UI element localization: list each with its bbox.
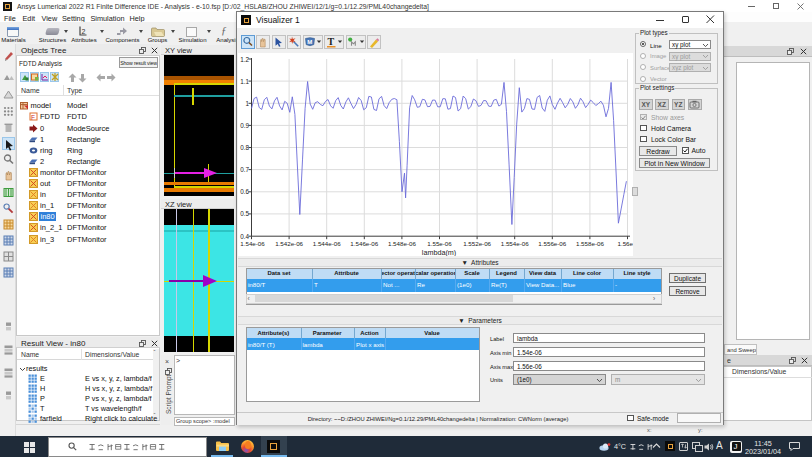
- svg-text:0.9: 0.9: [240, 122, 249, 129]
- svg-text:1.558e-06: 1.558e-06: [576, 240, 604, 247]
- svg-text:lambda(m): lambda(m): [422, 248, 456, 257]
- svg-text:1.1: 1.1: [240, 78, 249, 85]
- svg-text:0.7: 0.7: [240, 166, 249, 173]
- svg-text:1.546e-06: 1.546e-06: [350, 240, 378, 247]
- svg-text:1.56e-0: 1.56e-0: [618, 240, 634, 247]
- svg-text:1.544e-06: 1.544e-06: [313, 240, 341, 247]
- svg-text:1.548e-06: 1.548e-06: [388, 240, 416, 247]
- svg-text:1.554e-06: 1.554e-06: [501, 240, 529, 247]
- svg-text:0.6: 0.6: [240, 188, 249, 195]
- svg-text:1: 1: [245, 100, 249, 107]
- svg-text:1.55e-06: 1.55e-06: [427, 240, 452, 247]
- svg-text:1.542e-06: 1.542e-06: [275, 240, 303, 247]
- svg-text:0.5: 0.5: [240, 210, 249, 217]
- svg-text:1.556e-06: 1.556e-06: [538, 240, 566, 247]
- svg-text:1.2: 1.2: [240, 56, 249, 63]
- svg-text:1.552e-06: 1.552e-06: [463, 240, 491, 247]
- svg-text:F: F: [31, 114, 35, 121]
- svg-text:T: T: [328, 36, 335, 47]
- svg-text:1.54e-06: 1.54e-06: [240, 240, 265, 247]
- svg-text:0.8: 0.8: [240, 144, 249, 151]
- svg-text:2: 2: [81, 28, 85, 35]
- svg-text:0.4: 0.4: [240, 233, 249, 240]
- svg-text:M: M: [307, 38, 312, 44]
